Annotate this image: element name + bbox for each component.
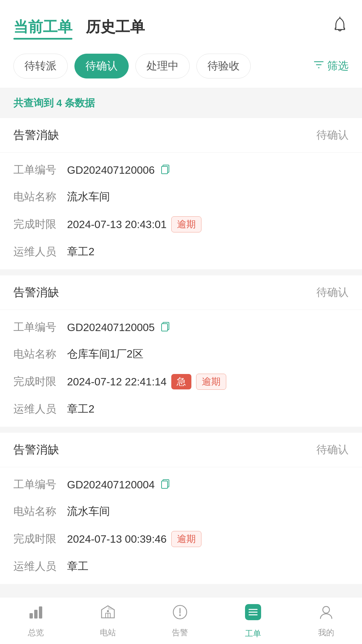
badge-overdue-2: 逾期 <box>196 374 226 390</box>
card-header-2: 告警消缺 待确认 <box>0 275 362 310</box>
work-icon <box>244 603 262 626</box>
card-status-3: 待确认 <box>316 442 349 457</box>
nav-item-mine[interactable]: 我的 <box>318 604 335 638</box>
value-deadline-1: 2024-07-13 20:43:01 逾期 <box>67 216 349 232</box>
result-number: 4 <box>56 97 62 108</box>
badge-overdue-3: 逾期 <box>171 531 201 547</box>
nav-item-overview[interactable]: 总览 <box>27 604 44 638</box>
user-icon <box>318 604 335 625</box>
tab-history[interactable]: 历史工单 <box>86 17 145 37</box>
svg-rect-7 <box>29 613 33 619</box>
card-row-staff-3: 运维人员 章工 <box>0 553 362 580</box>
card-status-1: 待确认 <box>316 128 349 143</box>
notification-bell[interactable] <box>331 16 349 38</box>
card-header-3: 告警消缺 待确认 <box>0 433 362 467</box>
nav-label-overview: 总览 <box>28 627 44 638</box>
card-row-deadline-1: 完成时限 2024-07-13 20:43:01 逾期 <box>0 210 362 238</box>
filter-tab-pending-confirm[interactable]: 待确认 <box>74 54 129 78</box>
value-order-no-1: GD202407120006 <box>67 163 349 177</box>
nav-item-station[interactable]: 电站 <box>100 604 116 638</box>
card-row-staff-2: 运维人员 章工2 <box>0 396 362 423</box>
nav-label-alert: 告警 <box>172 627 188 638</box>
card-row-station-1: 电站名称 流水车间 <box>0 183 362 210</box>
svg-rect-4 <box>162 324 168 331</box>
card-type-2: 告警消缺 <box>13 285 59 300</box>
filter-tab-processing[interactable]: 处理中 <box>135 54 190 78</box>
value-deadline-3: 2024-07-13 00:39:46 逾期 <box>67 531 349 547</box>
label-deadline-2: 完成时限 <box>13 374 67 389</box>
card-type-1: 告警消缺 <box>13 127 59 143</box>
work-order-card-3[interactable]: 告警消缺 待确认 工单编号 GD202407120004 电站名称 <box>0 433 362 584</box>
value-staff-3: 章工 <box>67 559 349 574</box>
label-deadline-1: 完成时限 <box>13 217 67 232</box>
alert-icon <box>172 604 188 625</box>
copy-icon-3[interactable] <box>160 478 171 492</box>
card-body-2: 工单编号 GD202407120005 电站名称 仓库车间1厂2区 完成时限 <box>0 310 362 427</box>
label-staff-3: 运维人员 <box>13 559 67 574</box>
filter-tab-pending-assign[interactable]: 待转派 <box>13 54 68 78</box>
filter-tab-pending-check[interactable]: 待验收 <box>196 54 251 78</box>
value-order-no-2: GD202407120005 <box>67 320 349 334</box>
svg-point-22 <box>323 606 329 613</box>
copy-icon-1[interactable] <box>160 163 171 177</box>
badge-urgent-2: 急 <box>171 374 191 389</box>
card-row-order-no-2: 工单编号 GD202407120005 <box>0 314 362 341</box>
card-row-deadline-3: 完成时限 2024-07-13 00:39:46 逾期 <box>0 525 362 553</box>
card-row-order-no-3: 工单编号 GD202407120004 <box>0 471 362 498</box>
card-body-1: 工单编号 GD202407120006 电站名称 流水车间 完成时限 <box>0 153 362 269</box>
filter-bar: 待转派 待确认 处理中 待验收 筛选 <box>0 44 362 88</box>
header: 当前工单 历史工单 <box>0 0 362 44</box>
value-deadline-2: 2024-07-12 22:41:14 急 逾期 <box>67 374 349 390</box>
nav-label-station: 电站 <box>100 627 116 638</box>
card-status-2: 待确认 <box>316 285 349 300</box>
bottom-nav: 总览 电站 告警 <box>0 597 362 644</box>
svg-rect-2 <box>162 166 168 174</box>
filter-icon <box>313 59 324 73</box>
svg-point-17 <box>179 614 181 616</box>
card-header-1: 告警消缺 待确认 <box>0 118 362 153</box>
nav-item-alert[interactable]: 告警 <box>172 604 188 638</box>
card-row-order-no-1: 工单编号 GD202407120006 <box>0 157 362 183</box>
work-order-card-1[interactable]: 告警消缺 待确认 工单编号 GD202407120006 电站名称 <box>0 118 362 269</box>
tab-current[interactable]: 当前工单 <box>13 17 72 37</box>
svg-rect-9 <box>39 606 42 619</box>
nav-item-work[interactable]: 工单 <box>244 603 262 639</box>
card-row-station-2: 电站名称 仓库车间1厂2区 <box>0 341 362 368</box>
svg-rect-6 <box>162 481 168 488</box>
label-deadline-3: 完成时限 <box>13 532 67 546</box>
filter-label: 筛选 <box>327 59 349 73</box>
label-station-2: 电站名称 <box>13 347 67 362</box>
chart-icon <box>27 604 44 625</box>
filter-button[interactable]: 筛选 <box>313 59 349 73</box>
nav-label-work: 工单 <box>245 628 261 639</box>
label-order-no-2: 工单编号 <box>13 320 67 335</box>
label-staff-1: 运维人员 <box>13 245 67 259</box>
result-count: 共查询到 4 条数据 <box>0 88 362 118</box>
badge-overdue-1: 逾期 <box>171 216 201 232</box>
copy-icon-2[interactable] <box>160 320 171 334</box>
card-row-station-3: 电站名称 流水车间 <box>0 498 362 525</box>
label-station-3: 电站名称 <box>13 504 67 519</box>
value-station-1: 流水车间 <box>67 190 349 204</box>
label-order-no-1: 工单编号 <box>13 163 67 177</box>
station-icon <box>100 604 116 625</box>
value-staff-1: 章工2 <box>67 245 349 259</box>
svg-rect-8 <box>34 610 38 619</box>
content-area: 告警消缺 待确认 工单编号 GD202407120006 电站名称 <box>0 118 362 644</box>
value-station-3: 流水车间 <box>67 504 349 519</box>
card-type-3: 告警消缺 <box>13 442 59 458</box>
label-staff-2: 运维人员 <box>13 402 67 417</box>
card-body-3: 工单编号 GD202407120004 电站名称 流水车间 完成时限 <box>0 467 362 584</box>
value-order-no-3: GD202407120004 <box>67 478 349 492</box>
value-station-2: 仓库车间1厂2区 <box>67 347 349 362</box>
card-row-staff-1: 运维人员 章工2 <box>0 238 362 265</box>
work-order-card-2[interactable]: 告警消缺 待确认 工单编号 GD202407120005 电站名称 <box>0 275 362 427</box>
label-station-1: 电站名称 <box>13 190 67 204</box>
label-order-no-3: 工单编号 <box>13 477 67 492</box>
value-staff-2: 章工2 <box>67 402 349 417</box>
svg-point-14 <box>107 610 109 612</box>
card-row-deadline-2: 完成时限 2024-07-12 22:41:14 急 逾期 <box>0 368 362 396</box>
nav-label-mine: 我的 <box>318 627 334 638</box>
